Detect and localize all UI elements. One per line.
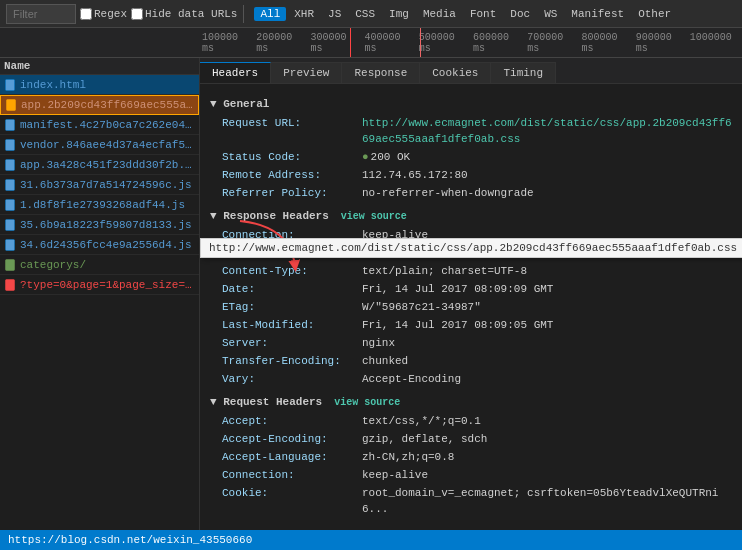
file-item-10[interactable]: ?type=0&page=1&page_size=10 [0,275,199,295]
tab-img[interactable]: Img [383,7,415,21]
referrer-policy-row: Referrer Policy: no-referrer-when-downgr… [210,184,732,202]
request-headers-section: ▼ Request Headers view source [210,396,732,408]
regex-checkbox-label[interactable]: Regex [80,8,127,20]
status-dot: ● [362,151,369,163]
tab-other[interactable]: Other [632,7,677,21]
svg-rect-1 [7,100,16,111]
tab-media[interactable]: Media [417,7,462,21]
file-list-title: Name [4,60,30,72]
svg-rect-4 [6,159,15,170]
file-item-8[interactable]: 34.6d24356fcc4e9a2556d4.js [0,235,199,255]
general-section-title: ▼ General [210,98,732,110]
timeline: 100000 ms 200000 ms 300000 ms 400000 ms … [0,28,742,58]
file-icon-2 [4,119,16,131]
hide-data-urls-label[interactable]: Hide data URLs [131,8,237,20]
tab-ws[interactable]: WS [538,7,563,21]
file-item-3[interactable]: vendor.846aee4d37a4ecfaf579. [0,135,199,155]
file-name-4: app.3a428c451f23ddd30f2b.js [20,159,195,171]
timeline-label-8: 800000 ms [579,32,633,54]
file-item-2[interactable]: manifest.4c27b0ca7c262e042d28 [0,115,199,135]
tab-response[interactable]: Response [342,62,420,83]
status-code-key: Status Code: [222,149,362,165]
transfer-encoding-row: Transfer-Encoding: chunked [210,352,732,370]
accept-encoding-value: gzip, deflate, sdch [362,431,487,447]
request-view-source-link[interactable]: view source [334,397,400,408]
etag-key: ETag: [222,299,362,315]
etag-row: ETag: W/"59687c21-34987" [210,298,732,316]
referrer-policy-key: Referrer Policy: [222,185,362,201]
tab-timing[interactable]: Timing [491,62,556,83]
hide-data-urls-checkbox[interactable] [131,8,143,20]
vary-key: Vary: [222,371,362,387]
tab-doc[interactable]: Doc [504,7,536,21]
connection2-key: Connection: [222,467,362,483]
connection2-row: Connection: keep-alive [210,466,732,484]
tab-font[interactable]: Font [464,7,502,21]
file-icon-10 [4,279,16,291]
vary-value: Accept-Encoding [362,371,461,387]
tab-js[interactable]: JS [322,7,347,21]
tab-headers[interactable]: Headers [200,62,271,83]
response-headers-section: ▼ Response Headers view source [210,210,732,222]
server-value: nginx [362,335,395,351]
timeline-label-3: 300000 ms [308,32,362,54]
tab-all[interactable]: All [254,7,286,21]
file-name-10: ?type=0&page=1&page_size=10 [20,279,195,291]
svg-rect-6 [6,199,15,210]
url-tooltip: http://www.ecmagnet.com/dist/static/css/… [200,238,742,258]
cookie-value: root_domain_v=_ecmagnet; csrftoken=05b6Y… [362,485,732,517]
file-name-8: 34.6d24356fcc4e9a2556d4.js [20,239,192,251]
timeline-container: 100000 ms 200000 ms 300000 ms 400000 ms … [0,28,742,58]
view-source-link[interactable]: view source [341,211,407,222]
content-type-key: Content-Type: [222,263,362,279]
main-content: Name index.html app.2b209cd43ff669aec555… [0,58,742,550]
file-item-4[interactable]: app.3a428c451f23ddd30f2b.js [0,155,199,175]
hide-data-urls-text: Hide data URLs [145,8,237,20]
svg-rect-10 [6,279,15,290]
separator-1 [243,5,244,23]
file-item-0[interactable]: index.html [0,75,199,95]
accept-row: Accept: text/css,*/*;q=0.1 [210,412,732,430]
file-name-9: categorys/ [20,259,86,271]
referrer-policy-value: no-referrer-when-downgrade [362,185,534,201]
file-item-1[interactable]: app.2b209cd43ff669aec555aaaf1dfef0ab.c..… [0,95,199,115]
tab-manifest[interactable]: Manifest [565,7,630,21]
accept-language-key: Accept-Language: [222,449,362,465]
status-url: https://blog.csdn.net/weixin_43550660 [8,534,252,546]
tab-css[interactable]: CSS [349,7,381,21]
cookie-row: Cookie: root_domain_v=_ecmagnet; csrftok… [210,484,732,518]
accept-key: Accept: [222,413,362,429]
content-type-value: text/plain; charset=UTF-8 [362,263,527,279]
file-item-5[interactable]: 31.6b373a7d7a514724596c.js [0,175,199,195]
file-item-6[interactable]: 1.d8f8f1e27393268adf44.js [0,195,199,215]
content-type-row: Content-Type: text/plain; charset=UTF-8 [210,262,732,280]
tab-cookies[interactable]: Cookies [420,62,491,83]
general-title-text: ▼ General [210,98,269,110]
filter-input[interactable] [6,4,76,24]
status-code-value: ●200 OK [362,149,410,165]
tab-xhr[interactable]: XHR [288,7,320,21]
file-name-3: vendor.846aee4d37a4ecfaf579. [20,139,195,151]
connection2-value: keep-alive [362,467,428,483]
status-code-row: Status Code: ●200 OK [210,148,732,166]
tabs-bar: Headers Preview Response Cookies Timing [200,58,742,84]
etag-value: W/"59687c21-34987" [362,299,481,315]
remote-address-value: 112.74.65.172:80 [362,167,468,183]
timeline-bar-red-1 [350,28,351,57]
svg-rect-3 [6,139,15,150]
svg-rect-8 [6,239,15,250]
server-row: Server: nginx [210,334,732,352]
regex-checkbox[interactable] [80,8,92,20]
tab-preview[interactable]: Preview [271,62,342,83]
file-icon-7 [4,219,16,231]
file-item-9[interactable]: categorys/ [0,255,199,275]
svg-rect-2 [6,119,15,130]
last-modified-row: Last-Modified: Fri, 14 Jul 2017 08:09:05… [210,316,732,334]
file-name-0: index.html [20,79,86,91]
cookie-key: Cookie: [222,485,362,517]
file-name-5: 31.6b373a7d7a514724596c.js [20,179,192,191]
file-item-7[interactable]: 35.6b9a18223f59807d8133.js [0,215,199,235]
file-icon-8 [4,239,16,251]
request-headers-title: ▼ Request Headers [210,396,322,408]
file-icon-4 [4,159,16,171]
